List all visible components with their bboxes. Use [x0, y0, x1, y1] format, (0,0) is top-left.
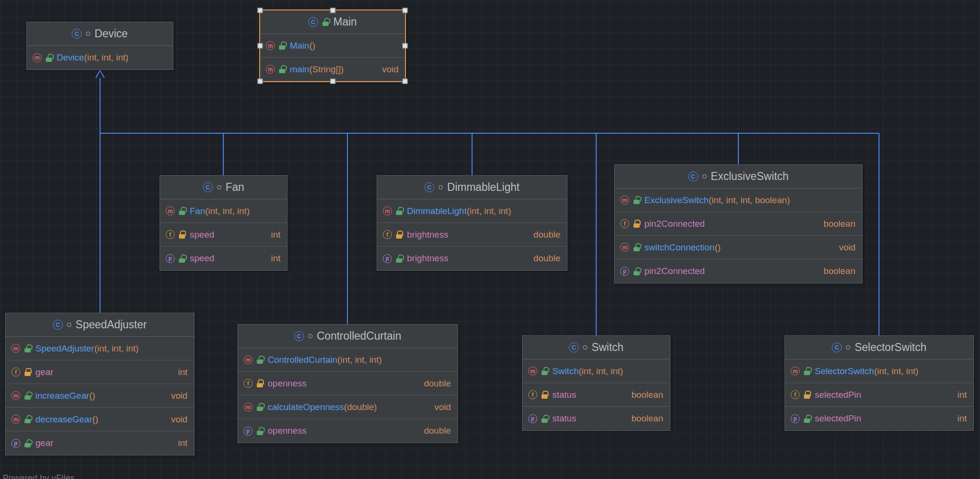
member-params: (int, int, int)	[579, 366, 623, 376]
class-header[interactable]: CControlledCurtain	[238, 325, 457, 348]
class-header[interactable]: CExclusiveSwitch	[615, 165, 862, 188]
member-signature: gear	[35, 367, 53, 377]
member-type: double	[418, 426, 451, 436]
member-row-fan[interactable]: mFan(int, int, int)	[160, 199, 287, 223]
method-icon: m	[266, 41, 275, 50]
member-name: calculateOpenness	[268, 402, 344, 412]
class-header[interactable]: CSwitch	[523, 336, 670, 359]
class-header[interactable]: CMain	[260, 10, 405, 34]
member-type: boolean	[625, 390, 663, 400]
member-row-exclusiveswitch[interactable]: mExclusiveSwitch(int, int, int, boolean)	[615, 188, 862, 212]
selection-handle[interactable]	[330, 79, 335, 84]
public-unlock-icon	[257, 356, 263, 364]
selection-handle[interactable]	[258, 43, 263, 49]
class-name: Fan	[226, 181, 245, 194]
member-row-speed[interactable]: fspeedint	[160, 223, 287, 247]
member-row-selectorswitch[interactable]: mSelectorSwitch(int, int, int)	[785, 359, 973, 383]
class-node-switch[interactable]: CSwitchmSwitch(int, int, int)fstatusbool…	[522, 335, 670, 431]
public-unlock-icon	[541, 367, 548, 375]
class-name: ControlledCurtain	[317, 330, 401, 342]
class-header[interactable]: CDevice	[27, 22, 173, 46]
selection-handle[interactable]	[258, 8, 263, 13]
public-unlock-icon	[46, 54, 52, 62]
member-row-switch[interactable]: mSwitch(int, int, int)	[523, 359, 670, 383]
member-row-decreasegear[interactable]: mdecreaseGear()void	[6, 408, 194, 431]
member-name: status	[552, 390, 576, 400]
member-row-selectedpin[interactable]: pselectedPinint	[785, 407, 973, 430]
class-name: SpeedAdjuster	[76, 318, 147, 331]
member-row-dimmablelight[interactable]: mDimmableLight(int, int, int)	[377, 199, 567, 223]
member-row-main[interactable]: mmain(String[])void	[260, 58, 405, 81]
member-type: void	[165, 391, 187, 401]
member-row-speed[interactable]: pspeedint	[160, 247, 287, 270]
class-node-speedadjuster[interactable]: CSpeedAdjustermSpeedAdjuster(int, int, i…	[5, 313, 194, 455]
member-type: int	[172, 438, 187, 448]
member-row-brightness[interactable]: pbrightnessdouble	[377, 247, 567, 270]
member-signature: increaseGear()	[35, 391, 95, 401]
class-header[interactable]: CFan	[160, 176, 287, 199]
selection-handle[interactable]	[258, 79, 263, 84]
class-header[interactable]: CSpeedAdjuster	[6, 313, 194, 337]
member-row-brightness[interactable]: fbrightnessdouble	[377, 223, 567, 247]
member-row-gear[interactable]: fgearint	[6, 360, 194, 384]
member-row-controlledcurtain[interactable]: mControlledCurtain(int, int, int)	[238, 348, 457, 372]
member-row-pin2connected[interactable]: ppin2Connectedboolean	[615, 259, 862, 283]
member-row-gear[interactable]: pgearint	[6, 431, 194, 455]
package-visibility-icon	[67, 323, 71, 327]
class-node-fan[interactable]: CFanmFan(int, int, int)fspeedintpspeedin…	[160, 175, 287, 271]
member-signature: openness	[268, 378, 306, 389]
member-signature: gear	[35, 438, 53, 448]
member-row-calculateopenness[interactable]: mcalculateOpenness(double)void	[238, 395, 457, 419]
member-signature: status	[552, 390, 576, 400]
member-row-openness[interactable]: fopennessdouble	[238, 372, 457, 395]
class-node-exclusiveswitch[interactable]: CExclusiveSwitchmExclusiveSwitch(int, in…	[614, 164, 862, 283]
member-row-device[interactable]: mDevice(int, int, int)	[27, 46, 173, 69]
member-name: openness	[268, 426, 306, 436]
member-params: (int, int, int)	[84, 52, 128, 63]
member-type: void	[429, 402, 451, 412]
public-unlock-icon	[279, 65, 286, 73]
member-row-selectedpin[interactable]: fselectedPinint	[785, 383, 973, 407]
selection-handle[interactable]	[403, 8, 408, 13]
class-node-main[interactable]: CMainmMain()mmain(String[])void	[259, 9, 406, 82]
member-params: ()	[92, 414, 98, 425]
member-row-status[interactable]: fstatusboolean	[523, 383, 670, 407]
private-lock-icon	[396, 231, 403, 239]
member-params: (int, int, int)	[338, 355, 382, 365]
member-name: selectedPin	[815, 413, 861, 424]
member-row-status[interactable]: pstatusboolean	[523, 407, 670, 430]
selection-handle[interactable]	[403, 79, 408, 84]
member-row-switchconnection[interactable]: mswitchConnection()void	[615, 236, 862, 259]
member-row-increasegear[interactable]: mincreaseGear()void	[6, 384, 194, 408]
property-icon: p	[791, 414, 800, 423]
diagram-canvas[interactable]: Powered by yFiles CDevicemDevice(int, in…	[0, 0, 980, 479]
member-name: main	[290, 64, 309, 75]
inheritance-arrowhead[interactable]	[100, 70, 104, 78]
class-node-selectorswitch[interactable]: CSelectorSwitchmSelectorSwitch(int, int,…	[785, 335, 974, 431]
inheritance-arrowhead[interactable]	[96, 70, 100, 78]
public-unlock-icon	[257, 403, 263, 411]
member-signature: Switch(int, int, int)	[552, 366, 623, 376]
selection-handle[interactable]	[330, 8, 335, 13]
member-row-main[interactable]: mMain()	[260, 34, 405, 58]
class-node-controlledcurtain[interactable]: CControlledCurtainmControlledCurtain(int…	[237, 324, 458, 443]
field-icon: f	[383, 230, 392, 239]
private-lock-icon	[25, 368, 31, 376]
public-unlock-icon	[804, 367, 811, 375]
member-name: ControlledCurtain	[268, 355, 338, 365]
member-row-openness[interactable]: popennessdouble	[238, 419, 457, 443]
member-signature: calculateOpenness(double)	[268, 402, 377, 412]
member-row-pin2connected[interactable]: fpin2Connectedboolean	[615, 212, 862, 236]
class-header[interactable]: CSelectorSwitch	[785, 336, 973, 359]
selection-handle[interactable]	[403, 43, 408, 49]
property-icon: p	[244, 427, 253, 436]
public-unlock-icon	[322, 18, 329, 26]
class-node-dimmablelight[interactable]: CDimmableLightmDimmableLight(int, int, i…	[377, 175, 567, 271]
member-type: void	[376, 64, 398, 75]
method-icon: m	[266, 65, 275, 74]
class-node-device[interactable]: CDevicemDevice(int, int, int)	[26, 22, 173, 70]
class-icon: C	[424, 182, 434, 192]
member-type: void	[833, 242, 855, 253]
class-header[interactable]: CDimmableLight	[377, 176, 567, 199]
member-row-speedadjuster[interactable]: mSpeedAdjuster(int, int, int)	[6, 337, 194, 360]
